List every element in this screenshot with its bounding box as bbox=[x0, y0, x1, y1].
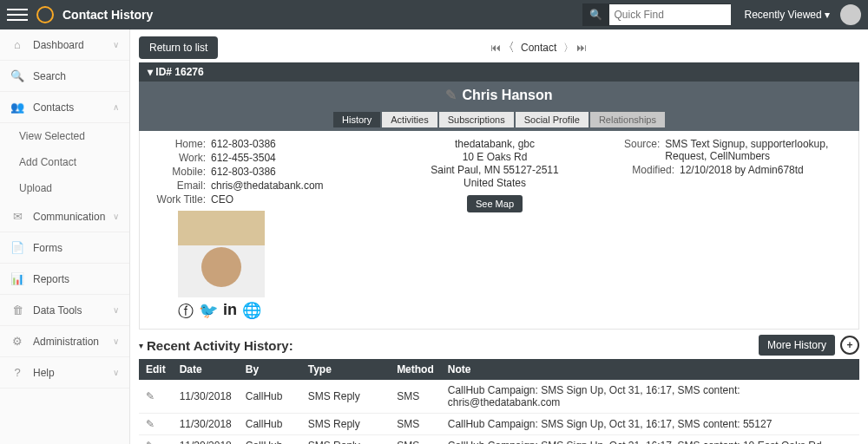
col-edit: Edit bbox=[139, 359, 173, 380]
sidebar-sub-view-selected[interactable]: View Selected bbox=[0, 123, 129, 149]
sidebar-sub-upload[interactable]: Upload bbox=[0, 175, 129, 201]
sidebar-icon: ? bbox=[10, 366, 24, 379]
sidebar-item-reports[interactable]: 📊Reports bbox=[0, 264, 129, 295]
recent-history-title: Recent Activity History: bbox=[147, 338, 293, 353]
pager-last-icon[interactable]: ⏭ bbox=[576, 42, 587, 54]
phone-work: 612-455-3504 bbox=[211, 152, 276, 164]
sidebar-icon: ⌂ bbox=[10, 38, 24, 51]
address-line1: 10 E Oaks Rd bbox=[365, 151, 624, 163]
col-by: By bbox=[239, 359, 301, 380]
chevron-icon: ∨ bbox=[113, 212, 119, 221]
record-pager: ⏮ 〈 Contact 〉 ⏭ bbox=[218, 41, 859, 56]
contact-id-bar: ▾ ID# 16276 bbox=[139, 62, 859, 82]
chevron-icon: ∨ bbox=[113, 336, 119, 346]
chevron-icon: ∨ bbox=[113, 368, 119, 377]
facebook-icon[interactable]: ⓕ bbox=[178, 301, 194, 322]
table-row: ✎11/30/2018CallHubSMS ReplySMSCallHub Ca… bbox=[139, 414, 859, 435]
tab-social-profile[interactable]: Social Profile bbox=[516, 112, 589, 127]
sidebar-item-help[interactable]: ?Help∨ bbox=[0, 357, 129, 388]
tab-activities[interactable]: Activities bbox=[382, 112, 437, 127]
contact-name-bar: ✎Chris Hanson bbox=[139, 82, 859, 108]
add-activity-button[interactable]: + bbox=[840, 336, 859, 355]
table-row: ✎11/30/2018CallHubSMS ReplySMSCallHub Ca… bbox=[139, 380, 859, 414]
collapse-icon[interactable]: ▾ bbox=[139, 341, 143, 350]
pager-next-icon[interactable]: 〉 bbox=[563, 42, 574, 54]
user-avatar[interactable] bbox=[840, 4, 861, 25]
sidebar-item-forms[interactable]: 📄Forms bbox=[0, 232, 129, 264]
linkedin-icon[interactable]: in bbox=[223, 301, 237, 322]
sidebar-icon: 🗑 bbox=[10, 304, 24, 317]
col-type: Type bbox=[301, 359, 390, 380]
contact-tabs: HistoryActivitiesSubscriptionsSocial Pro… bbox=[139, 108, 859, 131]
see-map-button[interactable]: See Map bbox=[467, 195, 523, 212]
edit-row-icon[interactable]: ✎ bbox=[146, 440, 155, 444]
tab-history[interactable]: History bbox=[333, 112, 380, 127]
sidebar-item-contacts[interactable]: 👥Contacts∧ bbox=[0, 92, 129, 123]
tab-subscriptions[interactable]: Subscriptions bbox=[439, 112, 514, 127]
sidebar-sub-add-contact[interactable]: Add Contact bbox=[0, 149, 129, 175]
table-row: ✎11/30/2018CallHubSMS ReplySMSCallHub Ca… bbox=[139, 435, 859, 445]
col-note: Note bbox=[441, 359, 859, 380]
more-history-button[interactable]: More History bbox=[759, 335, 835, 356]
sidebar-item-communication[interactable]: ✉Communication∨ bbox=[0, 201, 129, 232]
sidebar-item-administration[interactable]: ⚙Administration∨ bbox=[0, 326, 129, 357]
pager-first-icon[interactable]: ⏮ bbox=[490, 42, 501, 54]
search-icon: 🔍 bbox=[582, 3, 609, 26]
app-logo bbox=[36, 6, 54, 23]
page-title: Contact History bbox=[62, 8, 153, 22]
sidebar-icon: 🔍 bbox=[10, 69, 24, 82]
sidebar-item-data-tools[interactable]: 🗑Data Tools∨ bbox=[0, 295, 129, 326]
chevron-icon: ∨ bbox=[113, 40, 119, 49]
quick-find-input[interactable] bbox=[609, 4, 731, 25]
sidebar-icon: 👥 bbox=[10, 101, 24, 114]
tab-relationships[interactable]: Relationships bbox=[590, 112, 665, 127]
chevron-icon: ∧ bbox=[113, 102, 119, 112]
sidebar-item-search[interactable]: 🔍Search bbox=[0, 61, 129, 92]
twitter-icon[interactable]: 🐦 bbox=[199, 301, 218, 322]
sidebar-icon: 📊 bbox=[10, 272, 24, 285]
sidebar: ⌂Dashboard∨🔍Search👥Contacts∧View Selecte… bbox=[0, 29, 130, 444]
return-to-list-button[interactable]: Return to list bbox=[139, 36, 218, 59]
sidebar-item-dashboard[interactable]: ⌂Dashboard∨ bbox=[0, 29, 129, 61]
chevron-icon: ∨ bbox=[113, 305, 119, 315]
col-date: Date bbox=[173, 359, 239, 380]
recently-viewed-dropdown[interactable]: Recently Viewed ▾ bbox=[745, 9, 831, 21]
edit-row-icon[interactable]: ✎ bbox=[146, 390, 155, 402]
sidebar-icon: ⚙ bbox=[10, 335, 24, 348]
edit-icon[interactable]: ✎ bbox=[445, 88, 457, 102]
phone-home: 612-803-0386 bbox=[211, 138, 276, 150]
address-line2: Saint Paul, MN 55127-2511 bbox=[365, 164, 624, 176]
sidebar-icon: ✉ bbox=[10, 210, 24, 223]
activity-table: EditDateByTypeMethodNote ✎11/30/2018Call… bbox=[139, 359, 859, 444]
pager-prev-icon[interactable]: 〈 bbox=[504, 42, 515, 54]
source-value: SMS Text Signup, supporterlookup, Reques… bbox=[665, 138, 850, 162]
edit-row-icon[interactable]: ✎ bbox=[146, 418, 155, 430]
org-name: thedatabank, gbc bbox=[365, 138, 624, 150]
modified-value: 12/10/2018 by Admin678td bbox=[680, 164, 804, 176]
col-method: Method bbox=[390, 359, 441, 380]
menu-toggle[interactable] bbox=[7, 5, 28, 24]
contact-photo bbox=[178, 211, 265, 297]
work-title: CEO bbox=[211, 193, 233, 206]
address-country: United States bbox=[365, 177, 624, 189]
globe-icon[interactable]: 🌐 bbox=[242, 301, 261, 322]
sidebar-icon: 📄 bbox=[10, 241, 24, 254]
phone-mobile: 612-803-0386 bbox=[211, 166, 276, 178]
email: chris@thedatabank.com bbox=[211, 180, 324, 192]
